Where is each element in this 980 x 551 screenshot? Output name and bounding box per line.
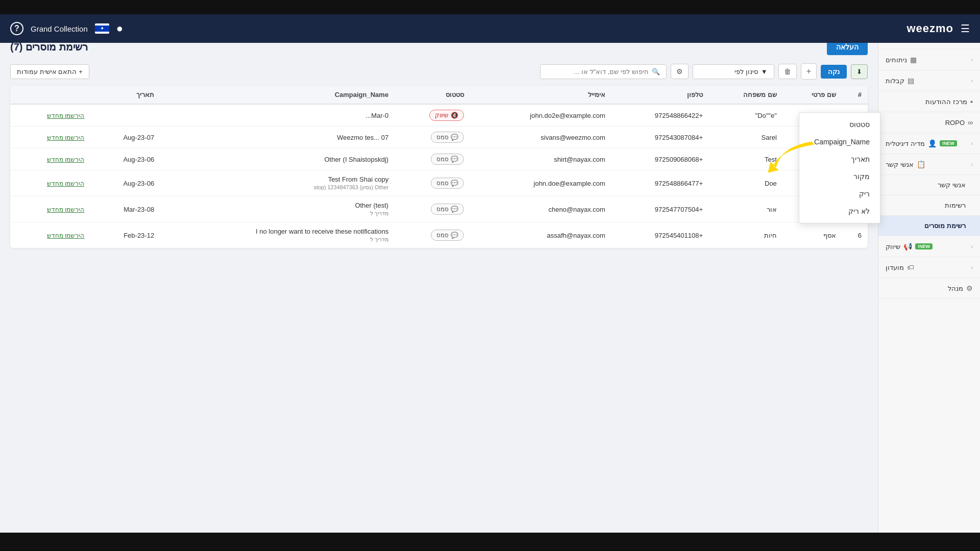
sort-dropdown[interactable]: ▼ סינון לפי xyxy=(693,64,774,79)
col-email: אימייל xyxy=(470,86,611,104)
sidebar-item-label: שיווק xyxy=(886,243,900,251)
new-badge: NEW! xyxy=(915,243,933,249)
cell-email: assafh@nayax.com xyxy=(470,222,611,248)
chevron-down-icon: ▼ xyxy=(761,68,768,76)
cell-date: Mar-23-08 xyxy=(90,196,160,222)
status-badge: 💬 סמס xyxy=(431,204,463,215)
cell-action[interactable]: הירשמו מחדש xyxy=(10,104,90,127)
cell-action[interactable]: הירשמו מחדש xyxy=(10,196,90,222)
cell-email: john.doe@example.com xyxy=(470,170,611,196)
delete-button[interactable]: 🗑 xyxy=(778,64,797,79)
col-status: סטטוס xyxy=(395,86,470,104)
cell-campaign: Other (test)מדריך ל xyxy=(160,196,395,222)
cell-last-name: Test xyxy=(709,148,783,170)
app-logo: weezmo xyxy=(906,22,953,35)
customize-label: התאם אישית עמודות xyxy=(17,68,77,76)
re-register-link[interactable]: הירשמו מחדש xyxy=(47,156,84,163)
sidebar-item-blocklist[interactable]: רשימת מוסרים xyxy=(878,216,980,236)
col-date: תאריך xyxy=(90,86,160,104)
sidebar-item-label: ניתוחים xyxy=(886,56,907,64)
table-row: 4 John Doe +972548866477 john.doe@exampl… xyxy=(10,170,868,196)
sidebar-item-club[interactable]: › 🏷 מועדון xyxy=(878,257,980,278)
status-badge: 💬 סמס xyxy=(431,154,463,165)
sidebar-item-label: אנשי קשר xyxy=(938,181,966,189)
cell-campaign: Weezmo tes... 07 xyxy=(160,127,395,148)
cell-action[interactable]: הירשמו מחדש xyxy=(10,222,90,248)
org-name: Grand Collection xyxy=(31,24,88,33)
col-phone: טלפון xyxy=(611,86,709,104)
dropdown-item-campaign[interactable]: Campaign_Name xyxy=(799,133,880,151)
sidebar-item-receipts[interactable]: › ▤ קבלות xyxy=(878,70,980,91)
hamburger-icon[interactable]: ☰ xyxy=(961,22,970,35)
sidebar-item-contacts[interactable]: אנשי קשר xyxy=(878,175,980,195)
chevron-icon: › xyxy=(971,141,973,146)
sidebar-item-analytics[interactable]: › ▦ ניתוחים xyxy=(878,49,980,70)
cell-first-name: אסף xyxy=(783,222,842,248)
cell-action[interactable]: הירשמו מחדש xyxy=(10,127,90,148)
cell-phone: +972547707504 xyxy=(611,196,709,222)
status-badge: 🔇 שיווק xyxy=(429,110,463,121)
cell-status: 💬 סמס xyxy=(395,148,470,170)
top-nav: ☰ weezmo ● ✦ Grand Collection ? xyxy=(0,14,980,43)
sidebar-item-label: קבלות xyxy=(886,77,904,85)
cell-date: Aug-23-07 xyxy=(90,127,160,148)
cell-status: 💬 סמס xyxy=(395,222,470,248)
table-row: 5 חן אור +972547707504 cheno@nayax.com 💬… xyxy=(10,196,868,222)
sidebar-item-digital-media[interactable]: › NEW! 👤 מדיה דיגיטלית xyxy=(878,133,980,154)
cell-phone: +972543087084 xyxy=(611,127,709,148)
search-input[interactable] xyxy=(547,68,649,76)
toolbar: ⬇ נקה + 🗑 ▼ סינון לפי ⚙ 🔍 + התאם אישית ע… xyxy=(10,63,868,80)
table-row: 1 John "Do""e" +972548866422 john.do2e@e… xyxy=(10,104,868,127)
cell-campaign: I no longer want to receive these notifi… xyxy=(160,222,395,248)
sidebar-item-marketing[interactable]: › NEW! 📢 שיווק xyxy=(878,236,980,257)
cell-campaign: Other (I Shaistopskdj) xyxy=(160,148,395,170)
sidebar-item-lists[interactable]: רשימות xyxy=(878,195,980,216)
col-last-name: שם משפחה xyxy=(709,86,783,104)
cell-action[interactable]: הירשמו מחדש xyxy=(10,148,90,170)
main-content: העלאה רשימת מוסרים (7) ⬇ נקה + 🗑 ▼ סינון… xyxy=(0,29,878,551)
customize-columns-button[interactable]: + התאם אישית עמודות xyxy=(10,64,89,79)
search-icon: 🔍 xyxy=(652,68,660,76)
cell-email: cheno@nayax.com xyxy=(470,196,611,222)
sort-label: סינון לפי xyxy=(734,68,758,76)
dropdown-item-date[interactable]: תאריך xyxy=(799,151,880,168)
new-badge: NEW! xyxy=(940,140,957,146)
cell-last-name: Doe xyxy=(709,170,783,196)
table-row: 6 אסף חיות +972545401108 assafh@nayax.co… xyxy=(10,222,868,248)
re-register-link[interactable]: הירשמו מחדש xyxy=(47,232,84,239)
cell-date: Aug-23-06 xyxy=(90,148,160,170)
analytics-icon: ▦ xyxy=(910,56,917,64)
chevron-icon: › xyxy=(971,78,973,84)
cell-action[interactable]: הירשמו מחדש xyxy=(10,170,90,196)
clear-button[interactable]: נקה xyxy=(821,65,847,79)
account-icon[interactable]: ● xyxy=(116,22,123,35)
re-register-link[interactable]: הירשמו מחדש xyxy=(47,180,84,187)
status-badge: 💬 סמס xyxy=(431,178,463,189)
cell-status: 💬 סמס xyxy=(395,127,470,148)
dropdown-item-status[interactable]: סטטוס xyxy=(799,116,880,133)
sidebar-item-label: מועדון xyxy=(886,264,904,271)
re-register-link[interactable]: הירשמו מחדש xyxy=(47,206,84,213)
download-button[interactable]: ⬇ xyxy=(851,64,868,79)
re-register-link[interactable]: הירשמו מחדש xyxy=(47,112,84,119)
col-first-name: שם פרטי xyxy=(783,86,842,104)
dropdown-item-not-empty[interactable]: לא ריק xyxy=(799,203,880,220)
add-row-button[interactable]: + xyxy=(801,63,817,80)
help-button[interactable]: ? xyxy=(10,22,23,35)
sidebar-item-news-center[interactable]: ▪ מרכז ההודעות xyxy=(878,91,980,112)
status-badge: 💬 סמס xyxy=(431,230,463,241)
sidebar-item-ropo[interactable]: ∞ ROPO xyxy=(878,112,980,133)
contacts-icon: 📋 xyxy=(917,160,925,168)
chevron-icon: › xyxy=(971,265,973,270)
dropdown-item-source[interactable]: מקור xyxy=(799,168,880,185)
sidebar-item-manager[interactable]: ⚙ מנהל xyxy=(878,278,980,299)
filter-button[interactable]: ⚙ xyxy=(671,64,689,79)
cell-phone: +972548866477 xyxy=(611,170,709,196)
col-action xyxy=(10,86,90,104)
ropo-icon: ∞ xyxy=(968,118,973,127)
dropdown-item-empty[interactable]: ריק xyxy=(799,185,880,203)
nav-right-section: ☰ weezmo xyxy=(906,22,970,35)
cell-campaign: Mar-0... xyxy=(160,104,395,127)
sidebar-item-contacts-parent[interactable]: › 📋 אנשי קשר xyxy=(878,154,980,175)
re-register-link[interactable]: הירשמו מחדש xyxy=(47,134,84,141)
